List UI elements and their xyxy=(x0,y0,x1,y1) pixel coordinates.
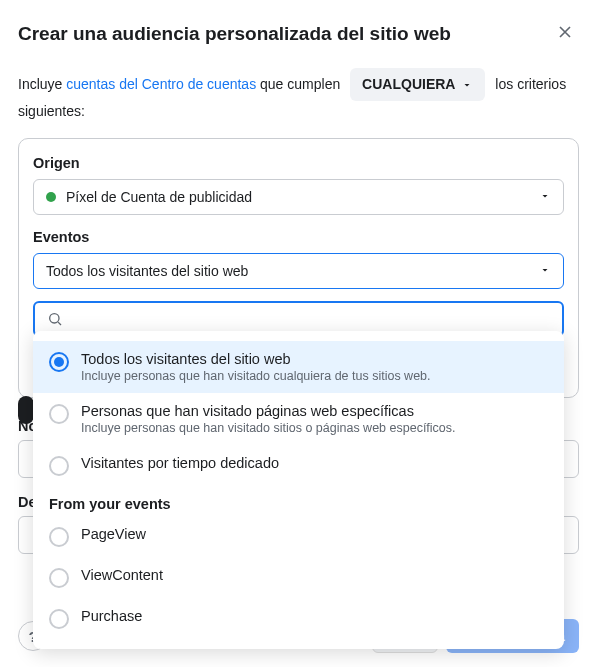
option-all-visitors[interactable]: Todos los visitantes del sitio web Inclu… xyxy=(33,341,564,393)
option-time-spent[interactable]: Visitantes por tiempo dedicado xyxy=(33,445,564,486)
origin-select[interactable]: Píxel de Cuenta de publicidad xyxy=(33,179,564,215)
radio-icon xyxy=(49,568,69,588)
option-specific-pages[interactable]: Personas que han visitado páginas web es… xyxy=(33,393,564,445)
from-events-header: From your events xyxy=(33,486,564,516)
radio-icon xyxy=(49,527,69,547)
intro-prefix: Incluye xyxy=(18,76,66,92)
option-desc: Incluye personas que han visitado sitios… xyxy=(81,421,548,435)
events-dropdown: Todos los visitantes del sitio web Inclu… xyxy=(33,331,564,649)
option-title: ViewContent xyxy=(81,567,548,583)
intro-text: Incluye cuentas del Centro de cuentas qu… xyxy=(18,68,579,122)
option-pageview[interactable]: PageView xyxy=(33,516,564,557)
intro-mid: que cumplen xyxy=(256,76,344,92)
events-value: Todos los visitantes del sitio web xyxy=(46,263,248,279)
caret-down-icon xyxy=(539,189,551,205)
option-title: PageView xyxy=(81,526,548,542)
condition-chip-label: CUALQUIERA xyxy=(362,74,455,95)
search-input[interactable] xyxy=(71,311,550,327)
dialog-title: Crear una audiencia personalizada del si… xyxy=(18,23,451,45)
option-title: Todos los visitantes del sitio web xyxy=(81,351,548,367)
caret-down-icon xyxy=(539,263,551,279)
events-label: Eventos xyxy=(33,229,564,245)
search-icon xyxy=(47,311,63,327)
radio-icon xyxy=(49,352,69,372)
criteria-card: Origen Píxel de Cuenta de publicidad Eve… xyxy=(18,138,579,398)
origin-value: Píxel de Cuenta de publicidad xyxy=(66,189,252,205)
option-title: Visitantes por tiempo dedicado xyxy=(81,455,548,471)
option-desc: Incluye personas que han visitado cualqu… xyxy=(81,369,548,383)
option-purchase[interactable]: Purchase xyxy=(33,598,564,639)
accounts-link[interactable]: cuentas del Centro de cuentas xyxy=(66,76,256,92)
origin-label: Origen xyxy=(33,155,564,171)
close-icon xyxy=(555,22,575,42)
include-pill-partial xyxy=(18,396,34,424)
caret-down-icon xyxy=(461,79,473,91)
radio-icon xyxy=(49,609,69,629)
option-title: Purchase xyxy=(81,608,548,624)
option-title: Personas que han visitado páginas web es… xyxy=(81,403,548,419)
svg-point-0 xyxy=(50,314,59,323)
status-dot-icon xyxy=(46,192,56,202)
condition-chip[interactable]: CUALQUIERA xyxy=(350,68,485,101)
radio-icon xyxy=(49,456,69,476)
option-viewcontent[interactable]: ViewContent xyxy=(33,557,564,598)
close-button[interactable] xyxy=(551,18,579,50)
events-select[interactable]: Todos los visitantes del sitio web xyxy=(33,253,564,289)
radio-icon xyxy=(49,404,69,424)
